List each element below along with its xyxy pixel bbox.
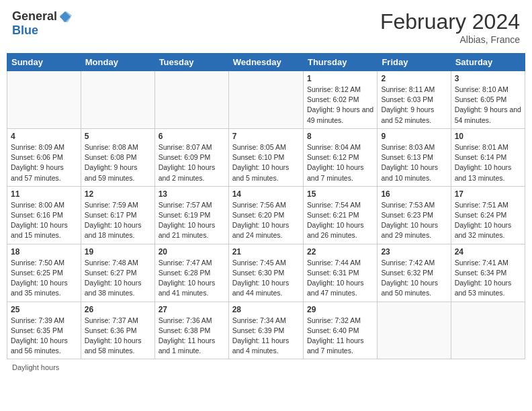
day-number: 12 (85, 189, 151, 199)
day-number: 28 (232, 305, 300, 314)
calendar-cell: 13Sunrise: 7:57 AMSunset: 6:19 PMDayligh… (154, 186, 228, 244)
day-number: 19 (85, 247, 151, 257)
daylight-hours-label: Daylight hours (12, 363, 59, 371)
day-info: Sunrise: 7:39 AMSunset: 6:35 PMDaylight:… (11, 316, 77, 357)
calendar-cell: 22Sunrise: 7:44 AMSunset: 6:31 PMDayligh… (303, 244, 377, 302)
day-info: Sunrise: 7:56 AMSunset: 6:20 PMDaylight:… (232, 200, 300, 241)
day-number: 20 (159, 247, 225, 257)
logo-blue: Blue (12, 24, 38, 38)
day-number: 5 (85, 132, 151, 141)
col-header-wednesday: Wednesday (228, 54, 303, 71)
calendar-cell: 26Sunrise: 7:37 AMSunset: 6:36 PMDayligh… (81, 302, 154, 359)
col-header-friday: Friday (378, 54, 451, 71)
calendar-cell: 14Sunrise: 7:56 AMSunset: 6:20 PMDayligh… (228, 186, 303, 244)
col-header-sunday: Sunday (7, 54, 81, 71)
day-number: 4 (11, 132, 77, 141)
day-info: Sunrise: 7:54 AMSunset: 6:21 PMDaylight:… (307, 200, 373, 241)
week-row-2: 4Sunrise: 8:09 AMSunset: 6:06 PMDaylight… (7, 128, 525, 186)
calendar-table: SundayMondayTuesdayWednesdayThursdayFrid… (7, 53, 525, 359)
location-subtitle: Albias, France (380, 34, 520, 45)
day-info: Sunrise: 7:34 AMSunset: 6:39 PMDaylight:… (232, 316, 300, 357)
day-info: Sunrise: 7:57 AMSunset: 6:19 PMDaylight:… (159, 200, 225, 241)
day-number: 16 (381, 189, 447, 199)
day-number: 27 (159, 305, 225, 314)
calendar-cell: 19Sunrise: 7:48 AMSunset: 6:27 PMDayligh… (81, 244, 154, 302)
day-info: Sunrise: 8:01 AMSunset: 6:14 PMDaylight:… (455, 142, 521, 183)
calendar-cell: 24Sunrise: 7:41 AMSunset: 6:34 PMDayligh… (451, 244, 525, 302)
calendar-cell: 3Sunrise: 8:10 AMSunset: 6:05 PMDaylight… (451, 71, 525, 129)
calendar-cell: 17Sunrise: 7:51 AMSunset: 6:24 PMDayligh… (451, 186, 525, 244)
day-info: Sunrise: 8:09 AMSunset: 6:06 PMDaylight:… (11, 142, 77, 183)
day-info: Sunrise: 7:51 AMSunset: 6:24 PMDaylight:… (455, 200, 521, 241)
calendar-cell: 11Sunrise: 8:00 AMSunset: 6:16 PMDayligh… (7, 186, 81, 244)
calendar-cell: 27Sunrise: 7:36 AMSunset: 6:38 PMDayligh… (154, 302, 228, 359)
day-number: 22 (307, 247, 373, 257)
calendar-cell: 5Sunrise: 8:08 AMSunset: 6:08 PMDaylight… (81, 128, 154, 186)
day-number: 26 (85, 305, 151, 314)
calendar-cell: 29Sunrise: 7:32 AMSunset: 6:40 PMDayligh… (303, 302, 377, 359)
day-info: Sunrise: 7:36 AMSunset: 6:38 PMDaylight:… (159, 316, 225, 357)
day-number: 10 (455, 132, 521, 141)
day-number: 29 (307, 305, 373, 314)
day-info: Sunrise: 7:59 AMSunset: 6:17 PMDaylight:… (85, 200, 151, 241)
week-row-5: 25Sunrise: 7:39 AMSunset: 6:35 PMDayligh… (7, 302, 525, 359)
calendar-cell: 6Sunrise: 8:07 AMSunset: 6:09 PMDaylight… (154, 128, 228, 186)
day-info: Sunrise: 7:42 AMSunset: 6:32 PMDaylight:… (381, 258, 447, 299)
calendar-cell: 15Sunrise: 7:54 AMSunset: 6:21 PMDayligh… (303, 186, 377, 244)
day-number: 3 (455, 74, 521, 83)
day-number: 7 (232, 132, 300, 141)
calendar-cell: 28Sunrise: 7:34 AMSunset: 6:39 PMDayligh… (228, 302, 303, 359)
day-number: 11 (11, 189, 77, 199)
calendar-cell (7, 71, 81, 129)
day-number: 15 (307, 189, 373, 199)
day-info: Sunrise: 8:04 AMSunset: 6:12 PMDaylight:… (307, 142, 373, 183)
day-info: Sunrise: 7:37 AMSunset: 6:36 PMDaylight:… (85, 316, 151, 357)
col-header-tuesday: Tuesday (154, 54, 228, 71)
col-header-monday: Monday (81, 54, 154, 71)
calendar-cell: 23Sunrise: 7:42 AMSunset: 6:32 PMDayligh… (378, 244, 451, 302)
day-info: Sunrise: 7:47 AMSunset: 6:28 PMDaylight:… (159, 258, 225, 299)
calendar-cell: 9Sunrise: 8:03 AMSunset: 6:13 PMDaylight… (378, 128, 451, 186)
day-number: 9 (381, 132, 447, 141)
day-number: 18 (11, 247, 77, 257)
svg-marker-1 (60, 11, 72, 22)
calendar-cell (81, 71, 154, 129)
calendar-cell: 4Sunrise: 8:09 AMSunset: 6:06 PMDaylight… (7, 128, 81, 186)
week-row-4: 18Sunrise: 7:50 AMSunset: 6:25 PMDayligh… (7, 244, 525, 302)
month-year-title: February 2024 (380, 9, 520, 34)
day-number: 17 (455, 189, 521, 199)
week-row-3: 11Sunrise: 8:00 AMSunset: 6:16 PMDayligh… (7, 186, 525, 244)
day-number: 1 (307, 74, 373, 83)
calendar-cell: 12Sunrise: 7:59 AMSunset: 6:17 PMDayligh… (81, 186, 154, 244)
logo: General Blue (12, 9, 72, 38)
day-info: Sunrise: 7:48 AMSunset: 6:27 PMDaylight:… (85, 258, 151, 299)
week-row-1: 1Sunrise: 8:12 AMSunset: 6:02 PMDaylight… (7, 71, 525, 129)
calendar-cell (378, 302, 451, 359)
calendar-cell (228, 71, 303, 129)
calendar-cell: 10Sunrise: 8:01 AMSunset: 6:14 PMDayligh… (451, 128, 525, 186)
day-info: Sunrise: 7:44 AMSunset: 6:31 PMDaylight:… (307, 258, 373, 299)
calendar-cell (154, 71, 228, 129)
day-number: 25 (11, 305, 77, 314)
day-info: Sunrise: 8:05 AMSunset: 6:10 PMDaylight:… (232, 142, 300, 183)
day-info: Sunrise: 8:10 AMSunset: 6:05 PMDaylight:… (455, 85, 521, 126)
day-info: Sunrise: 8:11 AMSunset: 6:03 PMDaylight:… (381, 85, 447, 126)
calendar-cell: 20Sunrise: 7:47 AMSunset: 6:28 PMDayligh… (154, 244, 228, 302)
day-number: 14 (232, 189, 300, 199)
day-info: Sunrise: 7:53 AMSunset: 6:23 PMDaylight:… (381, 200, 447, 241)
calendar-cell: 18Sunrise: 7:50 AMSunset: 6:25 PMDayligh… (7, 244, 81, 302)
calendar-cell: 8Sunrise: 8:04 AMSunset: 6:12 PMDaylight… (303, 128, 377, 186)
day-info: Sunrise: 8:00 AMSunset: 6:16 PMDaylight:… (11, 200, 77, 241)
title-block: February 2024 Albias, France (380, 9, 520, 45)
day-info: Sunrise: 8:12 AMSunset: 6:02 PMDaylight:… (307, 85, 373, 126)
calendar-cell: 21Sunrise: 7:45 AMSunset: 6:30 PMDayligh… (228, 244, 303, 302)
col-header-saturday: Saturday (451, 54, 525, 71)
day-number: 6 (159, 132, 225, 141)
day-info: Sunrise: 8:07 AMSunset: 6:09 PMDaylight:… (159, 142, 225, 183)
calendar-cell: 2Sunrise: 8:11 AMSunset: 6:03 PMDaylight… (378, 71, 451, 129)
col-header-thursday: Thursday (303, 54, 377, 71)
logo-icon (58, 10, 72, 24)
day-info: Sunrise: 8:03 AMSunset: 6:13 PMDaylight:… (381, 142, 447, 183)
day-number: 23 (381, 247, 447, 257)
day-number: 24 (455, 247, 521, 257)
